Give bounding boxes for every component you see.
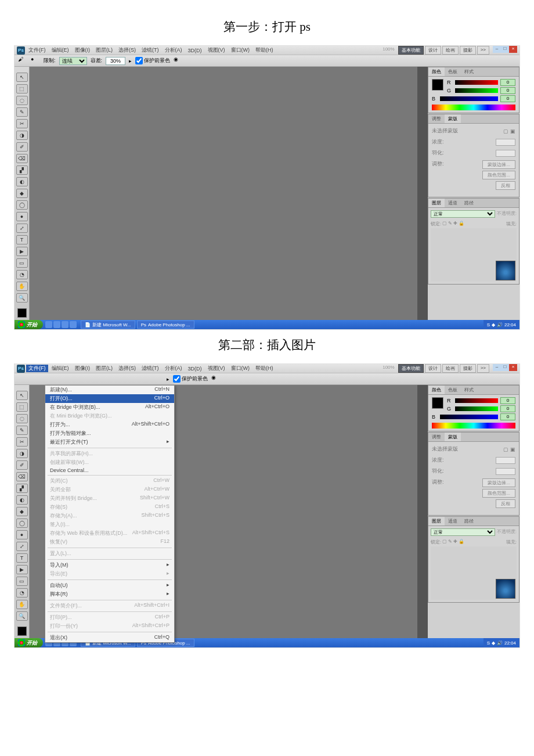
tab-masks[interactable]: 蒙版 — [445, 433, 461, 441]
tool-8[interactable]: ▞ — [16, 165, 28, 175]
b-value[interactable]: 0 — [500, 95, 515, 102]
tool-19[interactable]: 🔍 — [16, 611, 28, 621]
file-menu-item[interactable]: 脚本(R)▸ — [45, 590, 174, 599]
tool-18[interactable]: ✋ — [16, 282, 28, 291]
menu-analysis[interactable]: 分析(A) — [163, 365, 185, 372]
tab-paths[interactable]: 路径 — [461, 517, 477, 525]
file-menu-item[interactable]: 最近打开文件(T)▸ — [45, 438, 174, 447]
collapsed-dock[interactable] — [417, 67, 428, 320]
tab-masks[interactable]: 蒙版 — [445, 114, 461, 123]
fg-bg-swatch[interactable] — [17, 627, 27, 636]
tab-channels[interactable]: 通道 — [445, 517, 461, 525]
tool-11[interactable]: ◯ — [16, 519, 28, 528]
start-button[interactable]: 开始 — [15, 320, 43, 329]
spectrum-ramp[interactable] — [432, 105, 515, 110]
menu-edit[interactable]: 编辑(E) — [49, 46, 71, 54]
tool-preset-icon[interactable]: 🖌 — [18, 56, 27, 66]
menu-filter[interactable]: 滤镜(T) — [139, 46, 161, 54]
tab-styles[interactable]: 样式 — [461, 386, 477, 394]
tool-17[interactable]: ◔ — [16, 270, 28, 279]
task-word[interactable]: 📄新建 Microsoft W... — [81, 321, 135, 329]
tool-5[interactable]: ◑ — [16, 131, 28, 140]
tool-3[interactable]: ✎ — [16, 107, 28, 117]
tab-styles[interactable]: 样式 — [461, 67, 477, 76]
menu-image[interactable]: 图像(I) — [73, 46, 93, 54]
ws-design[interactable]: 设计 — [425, 46, 441, 55]
pressure-icon[interactable]: ◉ — [211, 375, 221, 384]
lock-pixels-icon[interactable]: ✎ — [448, 221, 452, 227]
g-slider[interactable] — [455, 88, 498, 93]
density-input[interactable] — [496, 139, 515, 146]
file-menu-item[interactable]: 打开为...Alt+Shift+Ctrl+O — [45, 420, 174, 429]
tool-13[interactable]: ⤢ — [16, 542, 28, 551]
fg-bg-swatch[interactable] — [17, 308, 27, 318]
tolerance-input[interactable] — [106, 57, 125, 65]
tool-6[interactable]: ✐ — [16, 460, 28, 470]
lock-trans-icon[interactable]: ▢ — [442, 221, 447, 227]
pressure-icon[interactable]: ◉ — [174, 56, 183, 66]
r-slider[interactable] — [455, 80, 498, 85]
tab-adjust[interactable]: 调整 — [428, 433, 445, 441]
system-tray[interactable]: S◆🔊 22:04 — [484, 638, 519, 647]
b-slider[interactable] — [440, 96, 498, 101]
mask-edge-button[interactable]: 蒙版边缘... — [482, 160, 515, 169]
window-close[interactable]: × — [509, 364, 517, 371]
menu-3d[interactable]: 3D(D) — [186, 48, 204, 53]
tab-swatches[interactable]: 色板 — [445, 67, 461, 76]
file-menu-item[interactable]: 打开为智能对象... — [45, 429, 174, 438]
tool-4[interactable]: ✂ — [16, 119, 28, 128]
menu-select[interactable]: 选择(S) — [116, 46, 138, 54]
ws-photo[interactable]: 摄影 — [460, 364, 476, 373]
tray-icon[interactable]: 🔊 — [497, 322, 503, 327]
menu-window[interactable]: 窗口(W) — [229, 365, 252, 372]
tab-color[interactable]: 颜色 — [428, 67, 445, 76]
menu-analysis[interactable]: 分析(A) — [163, 46, 185, 54]
window-maximize[interactable]: □ — [501, 46, 509, 53]
menu-view[interactable]: 视图(V) — [205, 46, 228, 54]
ws-design[interactable]: 设计 — [425, 364, 441, 373]
lock-pos-icon[interactable]: ✚ — [453, 221, 457, 227]
file-menu-item[interactable]: 打开(O)...Ctrl+O — [45, 394, 174, 403]
tool-17[interactable]: ◔ — [16, 588, 28, 597]
menu-3d[interactable]: 3D(D) — [186, 366, 204, 372]
tool-9[interactable]: ◐ — [16, 495, 28, 505]
system-tray[interactable]: S ◆ 🔊 22:04 — [484, 320, 519, 329]
tool-4[interactable]: ✂ — [16, 437, 28, 447]
tool-5[interactable]: ◑ — [16, 449, 28, 458]
tool-6[interactable]: ✐ — [16, 142, 28, 152]
invert-button[interactable]: 反相 — [496, 181, 515, 190]
tool-10[interactable]: ◆ — [16, 189, 28, 198]
feather-input[interactable] — [496, 150, 515, 157]
tool-14[interactable]: T — [16, 235, 28, 244]
r-slider[interactable] — [455, 398, 498, 403]
tool-12[interactable]: ● — [16, 530, 28, 539]
menu-layer[interactable]: 图层(L) — [93, 46, 115, 54]
brush-preset-icon[interactable]: ● — [31, 56, 40, 66]
tool-15[interactable]: ▶ — [16, 247, 28, 256]
tray-icon[interactable]: ◆ — [492, 322, 495, 327]
tab-swatches[interactable]: 色板 — [445, 386, 461, 394]
window-close[interactable]: × — [509, 46, 517, 53]
tool-16[interactable]: ▭ — [16, 258, 28, 268]
color-range-button[interactable]: 颜色范围... — [482, 171, 515, 179]
ws-painting[interactable]: 绘画 — [442, 364, 459, 373]
tool-14[interactable]: T — [16, 553, 28, 563]
ws-more[interactable]: >> — [477, 364, 489, 373]
window-minimize[interactable]: – — [493, 364, 501, 371]
collapsed-dock[interactable] — [417, 385, 428, 638]
tool-1[interactable]: ⬚ — [16, 402, 28, 412]
file-menu-item[interactable]: 在 Bridge 中浏览(B)...Alt+Ctrl+O — [45, 403, 174, 412]
spectrum-ramp[interactable] — [432, 423, 515, 429]
start-button[interactable]: 开始 — [15, 638, 43, 647]
menu-window[interactable]: 窗口(W) — [229, 46, 252, 54]
tool-12[interactable]: ● — [16, 212, 28, 221]
b-slider[interactable] — [440, 415, 498, 419]
window-maximize[interactable]: □ — [501, 364, 509, 371]
document-canvas[interactable]: 新建(N)...Ctrl+N打开(O)...Ctrl+O在 Bridge 中浏览… — [30, 385, 417, 638]
protect-fg-checkbox[interactable]: 保护前景色 — [173, 375, 208, 383]
ws-essentials[interactable]: 基本功能 — [398, 46, 424, 55]
tab-channels[interactable]: 通道 — [445, 199, 461, 207]
menu-file[interactable]: 文件(F) — [26, 46, 48, 54]
tool-3[interactable]: ✎ — [16, 426, 28, 435]
ws-more[interactable]: >> — [477, 46, 489, 55]
